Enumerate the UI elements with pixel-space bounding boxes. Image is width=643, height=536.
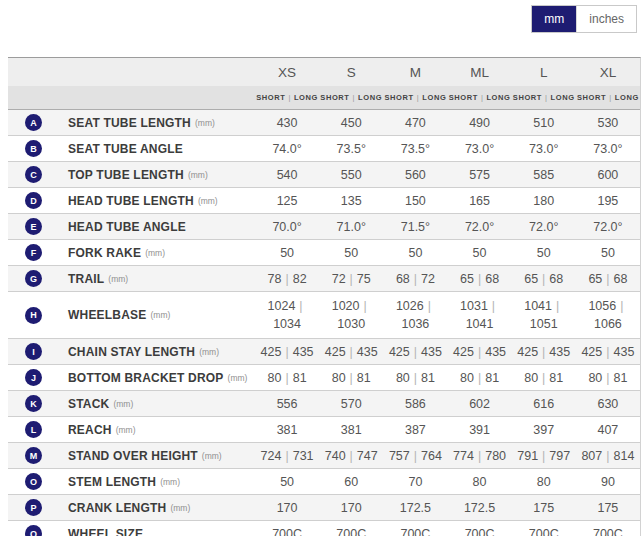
table-row: CTOP TUBE LENGTH(mm)540550560575585600 <box>8 162 640 188</box>
fit-column-header: SHORT|LONG <box>255 93 319 102</box>
row-unit-label: (mm) <box>150 310 170 320</box>
row-label: HEAD TUBE LENGTH <box>68 194 194 208</box>
row-label: TRAIL <box>68 272 104 286</box>
geo-value-cell: 60 <box>319 475 383 489</box>
geo-value-cell: 560 <box>383 168 447 182</box>
row-letter-badge: C <box>25 166 42 183</box>
row-unit-label: (mm) <box>145 248 165 258</box>
geo-value-cell: 700C <box>576 527 640 536</box>
geo-value-cell: 407 <box>576 423 640 437</box>
row-label-cell: KSTACK(mm) <box>8 395 255 412</box>
size-column-header: L <box>512 65 576 80</box>
geo-value-cell: 68|72 <box>383 272 447 286</box>
row-label: STACK <box>68 397 109 411</box>
row-letter-badge: G <box>25 270 42 287</box>
geo-value-cell: 150 <box>383 194 447 208</box>
row-label: WHEEL SIZE <box>68 527 143 536</box>
row-unit-label: (mm) <box>195 118 215 128</box>
geo-value-cell: 425|435 <box>319 345 383 359</box>
row-label-cell: PCRANK LENGTH(mm) <box>8 499 255 516</box>
geo-value-cell: 430 <box>255 116 319 130</box>
geo-value-cell: 180 <box>512 194 576 208</box>
geo-value-cell: 73.5° <box>319 142 383 156</box>
row-unit-label: (mm) <box>198 196 218 206</box>
row-unit-label: (mm) <box>228 373 248 383</box>
table-row: LREACH(mm)381381387391397407 <box>8 417 640 443</box>
row-unit-label: (mm) <box>199 347 219 357</box>
row-letter-badge: P <box>25 499 42 516</box>
row-label-cell: CTOP TUBE LENGTH(mm) <box>8 166 255 183</box>
unit-toggle: mm inches <box>531 5 637 33</box>
row-label-cell: ASEAT TUBE LENGTH(mm) <box>8 114 255 131</box>
row-label: HEAD TUBE ANGLE <box>68 220 186 234</box>
mm-toggle-button[interactable]: mm <box>532 6 576 32</box>
geo-value-cell: 80 <box>447 475 511 489</box>
geo-value-cell: 425|435 <box>576 345 640 359</box>
geo-value-cell: 80|81 <box>512 371 576 385</box>
row-label-cell: HWHEELBASE(mm) <box>8 307 255 324</box>
geo-value-cell: 450 <box>319 116 383 130</box>
fit-header-row: SHORT|LONGSHORT|LONGSHORT|LONGSHORT|LONG… <box>8 86 640 110</box>
table-row: OSTEM LENGTH(mm)506070808090 <box>8 469 640 495</box>
size-column-header: S <box>319 65 383 80</box>
geo-value-cell: 700C <box>255 527 319 536</box>
table-row: HWHEELBASE(mm)1024|10341020|10301026|103… <box>8 292 640 339</box>
row-letter-badge: Q <box>25 525 42 536</box>
table-row: ICHAIN STAY LENGTH(mm)425|435425|435425|… <box>8 339 640 365</box>
geo-value-cell: 550 <box>319 168 383 182</box>
row-letter-badge: M <box>25 447 42 464</box>
size-column-header: XS <box>255 65 319 80</box>
row-label: SEAT TUBE LENGTH <box>68 116 191 130</box>
row-letter-badge: A <box>25 114 42 131</box>
geo-value-cell: 381 <box>319 423 383 437</box>
geo-value-cell: 78|82 <box>255 272 319 286</box>
geo-value-cell: 600 <box>576 168 640 182</box>
geo-value-cell: 1024|1034 <box>255 297 319 333</box>
row-label: SEAT TUBE ANGLE <box>68 142 183 156</box>
row-letter-badge: K <box>25 395 42 412</box>
row-letter-badge: J <box>25 369 42 386</box>
geo-value-cell: 740|747 <box>319 449 383 463</box>
geo-value-cell: 50 <box>255 246 319 260</box>
row-letter-badge: H <box>25 307 42 324</box>
geo-value-cell: 175 <box>576 501 640 515</box>
size-column-header: ML <box>447 65 511 80</box>
geo-value-cell: 397 <box>512 423 576 437</box>
row-letter-badge: O <box>25 473 42 490</box>
table-row: PCRANK LENGTH(mm)170170172.5172.5175175 <box>8 495 640 521</box>
geo-value-cell: 807|814 <box>576 449 640 463</box>
geo-value-cell: 700C <box>512 527 576 536</box>
geo-value-cell: 50 <box>319 246 383 260</box>
geo-value-cell: 73.5° <box>383 142 447 156</box>
geo-value-cell: 425|435 <box>447 345 511 359</box>
table-row: GTRAIL(mm)78|8272|7568|7265|6865|6865|68 <box>8 266 640 292</box>
row-label-cell: BSEAT TUBE ANGLE <box>8 140 255 157</box>
geo-value-cell: 630 <box>576 397 640 411</box>
geo-value-cell: 72.0° <box>576 220 640 234</box>
geo-value-cell: 170 <box>255 501 319 515</box>
table-row: MSTAND OVER HEIGHT(mm)724|731740|747757|… <box>8 443 640 469</box>
row-label-cell: ICHAIN STAY LENGTH(mm) <box>8 343 255 360</box>
geo-value-cell: 700C <box>383 527 447 536</box>
geo-value-cell: 175 <box>512 501 576 515</box>
row-label-cell: EHEAD TUBE ANGLE <box>8 218 255 235</box>
row-label: CHAIN STAY LENGTH <box>68 345 195 359</box>
row-unit-label: (mm) <box>202 451 222 461</box>
row-label-cell: FFORK RAKE(mm) <box>8 244 255 261</box>
geo-value-cell: 90 <box>576 475 640 489</box>
row-label-cell: GTRAIL(mm) <box>8 270 255 287</box>
inches-toggle-button[interactable]: inches <box>576 6 636 32</box>
row-unit-label: (mm) <box>188 170 208 180</box>
geo-value-cell: 425|435 <box>255 345 319 359</box>
row-label: FORK RAKE <box>68 246 141 260</box>
fit-column-header: SHORT|LONG <box>447 93 511 102</box>
geo-value-cell: 80 <box>512 475 576 489</box>
geometry-table: XSSMMLLXLSHORT|LONGSHORT|LONGSHORT|LONGS… <box>8 57 641 536</box>
geo-value-cell: 71.0° <box>319 220 383 234</box>
fit-column-header: SHORT|LONG <box>576 93 640 102</box>
geo-value-cell: 80|81 <box>576 371 640 385</box>
geo-value-cell: 72.0° <box>447 220 511 234</box>
geo-value-cell: 616 <box>512 397 576 411</box>
fit-column-header: SHORT|LONG <box>512 93 576 102</box>
geo-value-cell: 72|75 <box>319 272 383 286</box>
